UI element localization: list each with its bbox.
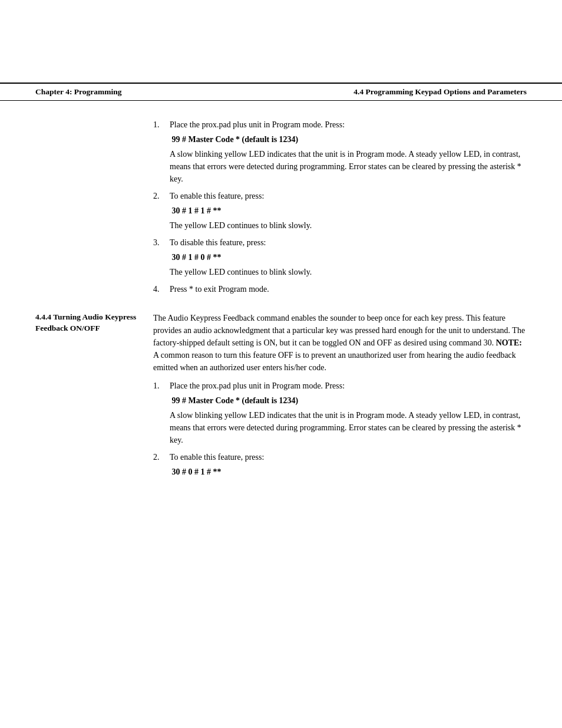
list-item: 2. To enable this feature, press: 30 # 0…	[153, 451, 527, 480]
note-bold: NOTE:	[496, 338, 522, 347]
right-col-1: 1. Place the prox.pad plus unit in Progr…	[153, 118, 527, 300]
steps-list-2: 1. Place the prox.pad plus unit in Progr…	[153, 380, 527, 480]
page: Chapter 4: Programming 4.4 Programming K…	[0, 83, 562, 728]
code-block: 99 # Master Code * (default is 1234)	[170, 133, 527, 146]
item-content: To disable this feature, press: 30 # 1 #…	[170, 236, 527, 278]
item-intro: To disable this feature, press:	[170, 238, 266, 247]
item-number: 4.	[153, 283, 170, 295]
item-content: Press * to exit Program mode.	[170, 283, 527, 295]
item-intro: Press * to exit Program mode.	[170, 285, 269, 294]
item-content: To enable this feature, press: 30 # 1 # …	[170, 190, 527, 232]
item-number: 1.	[153, 380, 170, 392]
list-item: 2. To enable this feature, press: 30 # 1…	[153, 190, 527, 232]
item-content: To enable this feature, press: 30 # 0 # …	[170, 451, 527, 480]
item-intro: To enable this feature, press:	[170, 453, 264, 462]
item-intro: Place the prox.pad plus unit in Program …	[170, 381, 345, 390]
header-section: 4.4 Programming Keypad Options and Param…	[353, 87, 527, 97]
item-intro: To enable this feature, press:	[170, 192, 264, 200]
steps-list-1: 1. Place the prox.pad plus unit in Progr…	[153, 118, 527, 295]
item-number: 2.	[153, 451, 170, 463]
list-item: 3. To disable this feature, press: 30 # …	[153, 236, 527, 278]
item-intro: Place the prox.pad plus unit in Program …	[170, 120, 345, 129]
code-block: 30 # 1 # 1 # **	[170, 205, 527, 217]
list-item: 1. Place the prox.pad plus unit in Progr…	[153, 380, 527, 446]
code-block: 99 # Master Code * (default is 1234)	[170, 394, 527, 407]
section-side-title: 4.4.4 Turning Audio Keypress Feedback ON…	[35, 312, 141, 334]
header-bar: Chapter 4: Programming 4.4 Programming K…	[0, 83, 562, 101]
list-item: 4. Press * to exit Program mode.	[153, 283, 527, 295]
item-body: The yellow LED continues to blink slowly…	[170, 268, 312, 276]
section-intro: The Audio Keypress Feedback command enab…	[153, 312, 527, 374]
code-block: 30 # 1 # 0 # **	[170, 251, 527, 263]
item-body: A slow blinking yellow LED indicates tha…	[170, 150, 521, 183]
item-content: Place the prox.pad plus unit in Program …	[170, 118, 527, 185]
item-body: A slow blinking yellow LED indicates tha…	[170, 411, 521, 444]
left-col-2: 4.4.4 Turning Audio Keypress Feedback ON…	[35, 312, 153, 485]
list-item: 1. Place the prox.pad plus unit in Progr…	[153, 118, 527, 185]
right-col-2: The Audio Keypress Feedback command enab…	[153, 312, 527, 485]
item-number: 3.	[153, 236, 170, 249]
left-col-1	[35, 118, 153, 300]
header-chapter: Chapter 4: Programming	[35, 87, 121, 97]
item-number: 1.	[153, 118, 170, 131]
content-section-2: 4.4.4 Turning Audio Keypress Feedback ON…	[0, 312, 562, 485]
code-block: 30 # 0 # 1 # **	[170, 466, 527, 478]
item-content: Place the prox.pad plus unit in Program …	[170, 380, 527, 446]
content-section-1: 1. Place the prox.pad plus unit in Progr…	[0, 118, 562, 300]
item-body: The yellow LED continues to blink slowly…	[170, 221, 312, 230]
item-number: 2.	[153, 190, 170, 202]
